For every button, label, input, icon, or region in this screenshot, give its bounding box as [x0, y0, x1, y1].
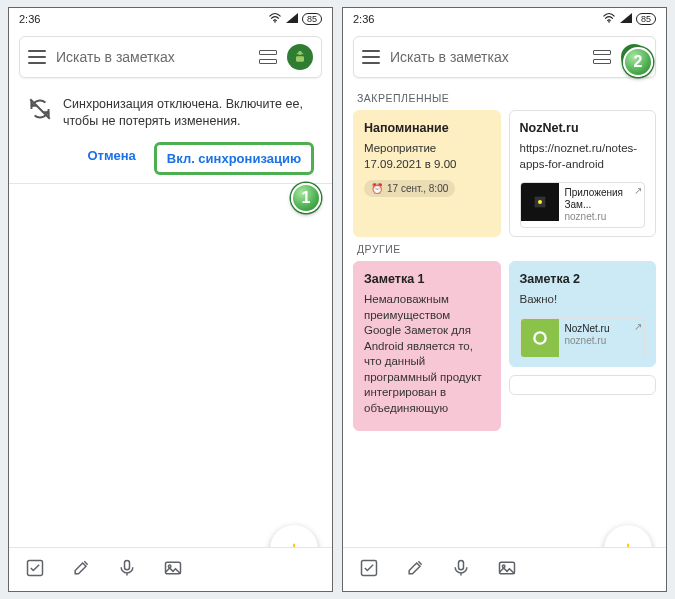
- status-bar: 2:36 85: [343, 8, 666, 30]
- search-bar[interactable]: Искать в заметках: [19, 36, 322, 78]
- grid-view-icon[interactable]: [259, 50, 277, 64]
- note-body: Важно!: [520, 292, 646, 308]
- sync-prompt: Синхронизация отключена. Включите ее, чт…: [19, 86, 322, 175]
- battery-indicator: 85: [302, 13, 322, 25]
- search-placeholder: Искать в заметках: [390, 49, 583, 65]
- link-preview[interactable]: NozNet.ru noznet.ru ↗: [520, 318, 646, 358]
- mic-icon[interactable]: [117, 558, 137, 582]
- menu-icon[interactable]: [28, 50, 46, 64]
- svg-point-1: [298, 51, 302, 55]
- svg-point-4: [302, 53, 303, 54]
- avatar[interactable]: [287, 44, 313, 70]
- sync-off-icon: [27, 96, 53, 126]
- open-external-icon[interactable]: ↗: [634, 321, 642, 332]
- screenshot-left: 2:36 85 Искать в заметках: [8, 7, 333, 592]
- note-partial[interactable]: [509, 375, 657, 395]
- note-body: Мероприятие 17.09.2021 в 9.00: [364, 141, 490, 172]
- screenshot-right: 2:36 85 Искать в заметках ЗАКРЕПЛЕННЫЕ Н…: [342, 7, 667, 592]
- wifi-icon: [268, 13, 282, 25]
- svg-point-13: [538, 200, 542, 204]
- status-time: 2:36: [19, 13, 40, 25]
- status-bar: 2:36 85: [9, 8, 332, 30]
- cancel-button[interactable]: Отмена: [83, 142, 139, 175]
- signal-icon: [286, 13, 298, 25]
- mic-icon[interactable]: [451, 558, 471, 582]
- sync-message: Синхронизация отключена. Включите ее, чт…: [63, 96, 314, 130]
- note-title: Заметка 1: [364, 272, 490, 286]
- brush-icon[interactable]: [405, 558, 425, 582]
- note-title: Заметка 2: [520, 272, 646, 286]
- menu-icon[interactable]: [362, 50, 380, 64]
- link-preview[interactable]: Приложения Зам... noznet.ru ↗: [520, 182, 646, 228]
- brush-icon[interactable]: [71, 558, 91, 582]
- svg-point-15: [535, 333, 544, 342]
- svg-point-9: [608, 21, 610, 23]
- bottom-toolbar: [9, 547, 332, 591]
- svg-point-3: [297, 53, 298, 54]
- search-bar[interactable]: Искать в заметках: [353, 36, 656, 78]
- svg-point-0: [274, 21, 276, 23]
- checkbox-icon[interactable]: [25, 558, 45, 582]
- section-pinned: ЗАКРЕПЛЕННЫЕ: [343, 86, 666, 110]
- section-others: ДРУГИЕ: [343, 237, 666, 261]
- note-body: https://noznet.ru/notes-apps-for-android: [520, 141, 646, 172]
- battery-indicator: 85: [636, 13, 656, 25]
- note-reminder[interactable]: Напоминание Мероприятие 17.09.2021 в 9.0…: [353, 110, 501, 237]
- open-external-icon[interactable]: ↗: [634, 185, 642, 196]
- callout-2: 2: [623, 47, 653, 77]
- grid-view-icon[interactable]: [593, 50, 611, 64]
- enable-sync-button[interactable]: Вкл. синхронизацию: [154, 142, 314, 175]
- bottom-toolbar: [343, 547, 666, 591]
- image-icon[interactable]: [497, 558, 517, 582]
- svg-rect-6: [125, 560, 130, 569]
- image-icon[interactable]: [163, 558, 183, 582]
- note-noznet[interactable]: NozNet.ru https://noznet.ru/notes-apps-f…: [509, 110, 657, 237]
- callout-1: 1: [291, 183, 321, 213]
- note-1[interactable]: Заметка 1 Немаловажным преимуществом Goo…: [353, 261, 501, 431]
- wifi-icon: [602, 13, 616, 25]
- note-title: Напоминание: [364, 121, 490, 135]
- svg-rect-2: [296, 56, 304, 61]
- note-title: NozNet.ru: [520, 121, 646, 135]
- search-placeholder: Искать в заметках: [56, 49, 249, 65]
- note-body: Немаловажным преимуществом Google Замето…: [364, 292, 490, 416]
- reminder-chip[interactable]: ⏰ 17 сент., 8:00: [364, 180, 455, 197]
- note-2[interactable]: Заметка 2 Важно! NozNet.ru noznet.ru ↗: [509, 261, 657, 367]
- svg-rect-17: [459, 560, 464, 569]
- divider: [9, 183, 332, 184]
- checkbox-icon[interactable]: [359, 558, 379, 582]
- alarm-icon: ⏰: [371, 183, 383, 194]
- status-time: 2:36: [353, 13, 374, 25]
- signal-icon: [620, 13, 632, 25]
